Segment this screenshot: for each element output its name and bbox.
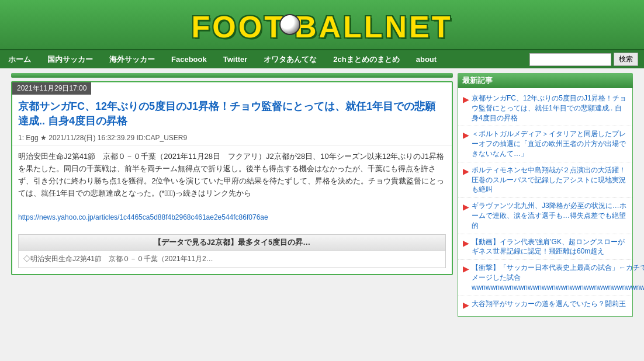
site-header: FOOTBALLNET ホーム 国内サッカー 海外サッカー Facebook T… [0, 0, 644, 68]
article-source-link[interactable]: https://news.yahoo.co.jp/articles/1c4465… [18, 213, 268, 221]
sidebar-bullet-icon: ▶ [463, 300, 469, 311]
sidebar-item-link-2[interactable]: ポルティモネンセ中島翔哉が２点演出の大活躍！圧巻のスルーパスで記録したアシストに… [472, 165, 628, 195]
nav-2ch[interactable]: 2chまとめのまとめ [325, 51, 407, 68]
sidebar-bullet-icon: ▶ [463, 166, 469, 178]
related-card-body: ◇明治安田生命J2第41節 京都０－０千葉（2021年11月2… [19, 251, 445, 268]
sidebar-item: ▶ポルティモネンセ中島翔哉が２点演出の大活躍！圧巻のスルーパスで記録したアシスト… [458, 162, 632, 198]
nav-domestic[interactable]: 国内サッカー [39, 51, 101, 68]
nav-home[interactable]: ホーム [0, 51, 39, 68]
sidebar-bullet-icon: ▶ [463, 238, 469, 249]
sidebar: 最新記事 ▶京都サンガFC、12年ぶりの5度目のJ1昇格！チョウ監督にとっては、… [458, 73, 633, 317]
main-wrapper: 2021年11月29日17:00 京都サンガFC、12年ぶりの5度目のJ1昇格！… [6, 68, 638, 321]
search-button[interactable]: 検索 [614, 53, 638, 66]
article-box: 2021年11月29日17:00 京都サンガFC、12年ぶりの5度目のJ1昇格！… [11, 81, 453, 275]
related-card: 【データで見るJ2京都】最多タイ5度目の昇… ◇明治安田生命J2第41節 京都０… [18, 234, 446, 268]
sidebar-item-link-1[interactable]: ＜ポルトガルメディア＞イタリアと同居したプレーオフの抽選に「直近の欧州王者の片方… [472, 129, 628, 158]
sidebar-item: ▶【衝撃】「サッカー日本代表史上最高の試合」←カチでイメージした試合wwnwwn… [458, 260, 632, 296]
article-date: 2021年11月29日17:00 [12, 82, 91, 95]
sidebar-bullet-icon: ▶ [463, 263, 469, 275]
article-meta: 1: Egg ★ 2021/11/28(日) 16:32:39.29 ID:CA… [12, 131, 452, 146]
content-area: 2021年11月29日17:00 京都サンガFC、12年ぶりの5度目のJ1昇格！… [11, 73, 453, 317]
soccer-ball-icon [279, 14, 300, 35]
article-body: 明治安田生命J2第41節 京都０－０千葉（2021年11月28日 フクアリ）J2… [12, 146, 452, 228]
nav-overseas[interactable]: 海外サッカー [101, 51, 163, 68]
article-body-text: 明治安田生命J2第41節 京都０－０千葉（2021年11月28日 フクアリ）J2… [18, 151, 446, 199]
sidebar-bullet-icon: ▶ [463, 202, 469, 213]
sidebar-bullet-icon: ▶ [463, 130, 469, 141]
sidebar-bullet-icon: ▶ [463, 94, 469, 106]
nav-bar: ホーム 国内サッカー 海外サッカー Facebook Twitter オワタあん… [0, 49, 644, 68]
nav-about[interactable]: about [408, 51, 445, 67]
article-title[interactable]: 京都サンガFC、12年ぶりの5度目のJ1昇格！チョウ監督にとっては、就任1年目で… [12, 95, 452, 131]
sidebar-title: 最新記事 [458, 73, 633, 88]
sidebar-item-link-3[interactable]: ギラヴァンツ北九州、J3降格が必至の状況に…ホームで連敗、涙を流す選手も…得失点… [472, 201, 628, 230]
content-title-bar [11, 73, 453, 78]
site-logo[interactable]: FOOTBALLNET [191, 9, 452, 44]
nav-owata[interactable]: オワタあんてな [255, 51, 325, 68]
nav-facebook[interactable]: Facebook [163, 51, 215, 67]
sidebar-item: ▶ギラヴァンツ北九州、J3降格が必至の状況に…ホームで連敗、涙を流す選手も…得失… [458, 198, 632, 234]
nav-links: ホーム 国内サッカー 海外サッカー Facebook Twitter オワタあん… [0, 51, 445, 68]
logo-area: FOOTBALLNET [0, 5, 644, 49]
sidebar-item: ▶京都サンガFC、12年ぶりの5度目のJ1昇格！チョウ監督にとっては、就任1年目… [458, 91, 632, 126]
sidebar-item: ▶＜ポルトガルメディア＞イタリアと同居したプレーオフの抽選に「直近の欧州王者の片… [458, 126, 632, 162]
sidebar-item-link-4[interactable]: 【動画】イラン代表'強肩'GK、超ロングスローがギネス世界記録に認定！飛距離は6… [472, 237, 628, 257]
sidebar-item-link-6[interactable]: 大谷翔平がサッカーの道を選んでいたら？闘莉王 [472, 299, 626, 309]
search-area: 検索 [524, 50, 644, 68]
sidebar-item: ▶【動画】イラン代表'強肩'GK、超ロングスローがギネス世界記録に認定！飛距離は… [458, 234, 632, 261]
sidebar-content: ▶京都サンガFC、12年ぶりの5度目のJ1昇格！チョウ監督にとっては、就任1年目… [458, 88, 633, 317]
nav-twitter[interactable]: Twitter [215, 51, 256, 67]
sidebar-item-link-0[interactable]: 京都サンガFC、12年ぶりの5度目のJ1昇格！チョウ監督にとっては、就任1年目で… [472, 93, 628, 123]
search-input[interactable] [529, 53, 611, 66]
sidebar-item-link-5[interactable]: 【衝撃】「サッカー日本代表史上最高の試合」←カチでイメージした試合wwnwwnw… [472, 263, 644, 292]
related-card-title[interactable]: 【データで見るJ2京都】最多タイ5度目の昇… [19, 235, 445, 251]
sidebar-item: ▶大谷翔平がサッカーの道を選んでいたら？闘莉王 [458, 296, 632, 314]
